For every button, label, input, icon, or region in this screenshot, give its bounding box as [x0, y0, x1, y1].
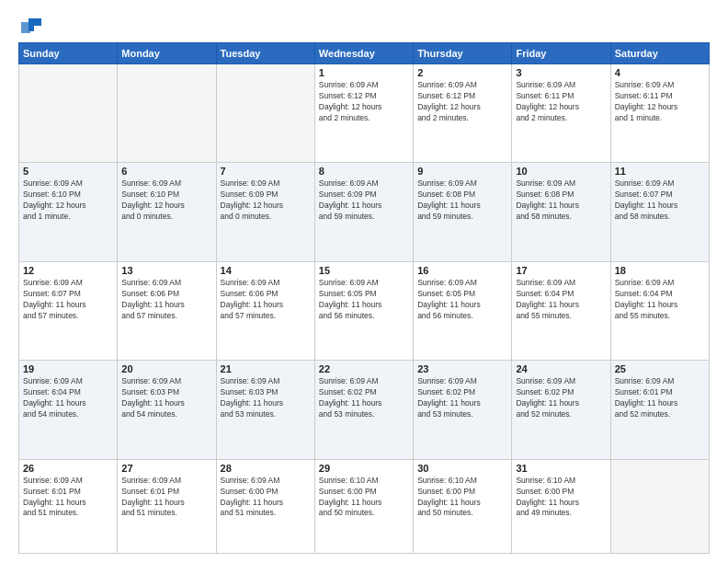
calendar-cell: 4Sunrise: 6:09 AM Sunset: 6:11 PM Daylig…: [610, 64, 709, 163]
day-number: 14: [221, 265, 311, 276]
calendar-cell: 29Sunrise: 6:10 AM Sunset: 6:00 PM Dayli…: [314, 459, 413, 553]
header-saturday: Saturday: [610, 43, 709, 64]
header-monday: Monday: [118, 43, 216, 64]
svg-marker-1: [21, 22, 30, 33]
day-number: 10: [516, 166, 606, 177]
calendar-cell: [118, 64, 216, 163]
page: Sunday Monday Tuesday Wednesday Thursday…: [0, 0, 728, 563]
calendar-week-row: 26Sunrise: 6:09 AM Sunset: 6:01 PM Dayli…: [19, 459, 710, 553]
calendar-cell: 27Sunrise: 6:09 AM Sunset: 6:01 PM Dayli…: [118, 459, 216, 553]
day-info: Sunrise: 6:09 AM Sunset: 6:06 PM Dayligh…: [221, 278, 311, 322]
day-number: 8: [319, 166, 409, 177]
day-info: Sunrise: 6:09 AM Sunset: 6:02 PM Dayligh…: [417, 376, 507, 420]
day-number: 25: [615, 363, 705, 374]
weekday-header-row: Sunday Monday Tuesday Wednesday Thursday…: [19, 43, 710, 64]
day-info: Sunrise: 6:09 AM Sunset: 6:04 PM Dayligh…: [516, 278, 606, 322]
calendar-week-row: 1Sunrise: 6:09 AM Sunset: 6:12 PM Daylig…: [19, 64, 710, 163]
calendar-cell: 8Sunrise: 6:09 AM Sunset: 6:09 PM Daylig…: [314, 163, 413, 261]
header-friday: Friday: [512, 43, 610, 64]
day-number: 18: [615, 265, 705, 276]
calendar-cell: 15Sunrise: 6:09 AM Sunset: 6:05 PM Dayli…: [314, 261, 413, 360]
day-info: Sunrise: 6:09 AM Sunset: 6:12 PM Dayligh…: [417, 80, 507, 124]
day-number: 16: [417, 265, 507, 276]
day-info: Sunrise: 6:09 AM Sunset: 6:04 PM Dayligh…: [615, 278, 705, 322]
calendar-cell: 21Sunrise: 6:09 AM Sunset: 6:03 PM Dayli…: [216, 361, 314, 459]
day-number: 21: [221, 363, 311, 374]
day-info: Sunrise: 6:09 AM Sunset: 6:02 PM Dayligh…: [516, 376, 606, 420]
calendar-week-row: 19Sunrise: 6:09 AM Sunset: 6:04 PM Dayli…: [19, 361, 710, 459]
day-number: 3: [516, 67, 606, 78]
day-number: 20: [121, 363, 211, 374]
day-number: 6: [121, 166, 211, 177]
day-info: Sunrise: 6:09 AM Sunset: 6:09 PM Dayligh…: [221, 178, 311, 223]
day-number: 29: [319, 463, 409, 474]
day-info: Sunrise: 6:10 AM Sunset: 6:00 PM Dayligh…: [417, 476, 507, 520]
day-number: 1: [319, 67, 409, 78]
day-info: Sunrise: 6:09 AM Sunset: 6:01 PM Dayligh…: [23, 476, 113, 520]
calendar-cell: 3Sunrise: 6:09 AM Sunset: 6:11 PM Daylig…: [512, 64, 610, 163]
day-number: 5: [23, 166, 113, 177]
day-info: Sunrise: 6:09 AM Sunset: 6:10 PM Dayligh…: [121, 178, 211, 223]
day-info: Sunrise: 6:10 AM Sunset: 6:00 PM Dayligh…: [319, 476, 409, 520]
day-info: Sunrise: 6:09 AM Sunset: 6:07 PM Dayligh…: [615, 178, 705, 223]
calendar-cell: 25Sunrise: 6:09 AM Sunset: 6:01 PM Dayli…: [610, 361, 709, 459]
calendar-cell: [216, 64, 314, 163]
day-number: 13: [121, 265, 211, 276]
day-info: Sunrise: 6:09 AM Sunset: 6:11 PM Dayligh…: [615, 80, 705, 124]
day-number: 15: [319, 265, 409, 276]
day-number: 23: [417, 363, 507, 374]
day-number: 12: [23, 265, 113, 276]
day-number: 7: [221, 166, 311, 177]
calendar-cell: 19Sunrise: 6:09 AM Sunset: 6:04 PM Dayli…: [19, 361, 118, 459]
day-info: Sunrise: 6:09 AM Sunset: 6:08 PM Dayligh…: [516, 178, 606, 223]
header-sunday: Sunday: [19, 43, 118, 64]
calendar-cell: 1Sunrise: 6:09 AM Sunset: 6:12 PM Daylig…: [314, 64, 413, 163]
calendar-cell: 11Sunrise: 6:09 AM Sunset: 6:07 PM Dayli…: [610, 163, 709, 261]
header: [18, 17, 710, 33]
calendar-cell: 13Sunrise: 6:09 AM Sunset: 6:06 PM Dayli…: [118, 261, 216, 360]
calendar-cell: 30Sunrise: 6:10 AM Sunset: 6:00 PM Dayli…: [414, 459, 512, 553]
day-number: 31: [516, 463, 606, 474]
calendar-cell: 22Sunrise: 6:09 AM Sunset: 6:02 PM Dayli…: [314, 361, 413, 459]
day-number: 19: [23, 363, 113, 374]
calendar-week-row: 5Sunrise: 6:09 AM Sunset: 6:10 PM Daylig…: [19, 163, 710, 261]
calendar-week-row: 12Sunrise: 6:09 AM Sunset: 6:07 PM Dayli…: [19, 261, 710, 360]
calendar-cell: 28Sunrise: 6:09 AM Sunset: 6:00 PM Dayli…: [216, 459, 314, 553]
day-info: Sunrise: 6:10 AM Sunset: 6:00 PM Dayligh…: [516, 476, 606, 520]
day-info: Sunrise: 6:09 AM Sunset: 6:02 PM Dayligh…: [319, 376, 409, 420]
day-info: Sunrise: 6:09 AM Sunset: 6:11 PM Dayligh…: [516, 80, 606, 124]
header-thursday: Thursday: [414, 43, 512, 64]
day-info: Sunrise: 6:09 AM Sunset: 6:01 PM Dayligh…: [121, 476, 211, 520]
day-info: Sunrise: 6:09 AM Sunset: 6:05 PM Dayligh…: [417, 278, 507, 322]
day-info: Sunrise: 6:09 AM Sunset: 6:12 PM Dayligh…: [319, 80, 409, 124]
calendar-cell: 18Sunrise: 6:09 AM Sunset: 6:04 PM Dayli…: [610, 261, 709, 360]
day-number: 28: [221, 463, 311, 474]
day-number: 11: [615, 166, 705, 177]
calendar-cell: 31Sunrise: 6:10 AM Sunset: 6:00 PM Dayli…: [512, 459, 610, 553]
calendar: Sunday Monday Tuesday Wednesday Thursday…: [18, 42, 710, 554]
calendar-cell: 12Sunrise: 6:09 AM Sunset: 6:07 PM Dayli…: [19, 261, 118, 360]
header-tuesday: Tuesday: [216, 43, 314, 64]
day-info: Sunrise: 6:09 AM Sunset: 6:04 PM Dayligh…: [23, 376, 113, 420]
day-info: Sunrise: 6:09 AM Sunset: 6:08 PM Dayligh…: [417, 178, 507, 223]
day-number: 24: [516, 363, 606, 374]
calendar-cell: 5Sunrise: 6:09 AM Sunset: 6:10 PM Daylig…: [19, 163, 118, 261]
day-number: 22: [319, 363, 409, 374]
day-info: Sunrise: 6:09 AM Sunset: 6:09 PM Dayligh…: [319, 178, 409, 223]
day-number: 30: [417, 463, 507, 474]
svg-marker-0: [28, 18, 41, 31]
calendar-cell: 10Sunrise: 6:09 AM Sunset: 6:08 PM Dayli…: [512, 163, 610, 261]
day-number: 27: [121, 463, 211, 474]
calendar-cell: 6Sunrise: 6:09 AM Sunset: 6:10 PM Daylig…: [118, 163, 216, 261]
logo: [18, 17, 41, 33]
calendar-cell: [610, 459, 709, 553]
day-info: Sunrise: 6:09 AM Sunset: 6:03 PM Dayligh…: [121, 376, 211, 420]
calendar-cell: 17Sunrise: 6:09 AM Sunset: 6:04 PM Dayli…: [512, 261, 610, 360]
calendar-cell: [19, 64, 118, 163]
calendar-cell: 2Sunrise: 6:09 AM Sunset: 6:12 PM Daylig…: [414, 64, 512, 163]
calendar-cell: 14Sunrise: 6:09 AM Sunset: 6:06 PM Dayli…: [216, 261, 314, 360]
day-number: 4: [615, 67, 705, 78]
calendar-cell: 16Sunrise: 6:09 AM Sunset: 6:05 PM Dayli…: [414, 261, 512, 360]
calendar-cell: 20Sunrise: 6:09 AM Sunset: 6:03 PM Dayli…: [118, 361, 216, 459]
calendar-cell: 26Sunrise: 6:09 AM Sunset: 6:01 PM Dayli…: [19, 459, 118, 553]
